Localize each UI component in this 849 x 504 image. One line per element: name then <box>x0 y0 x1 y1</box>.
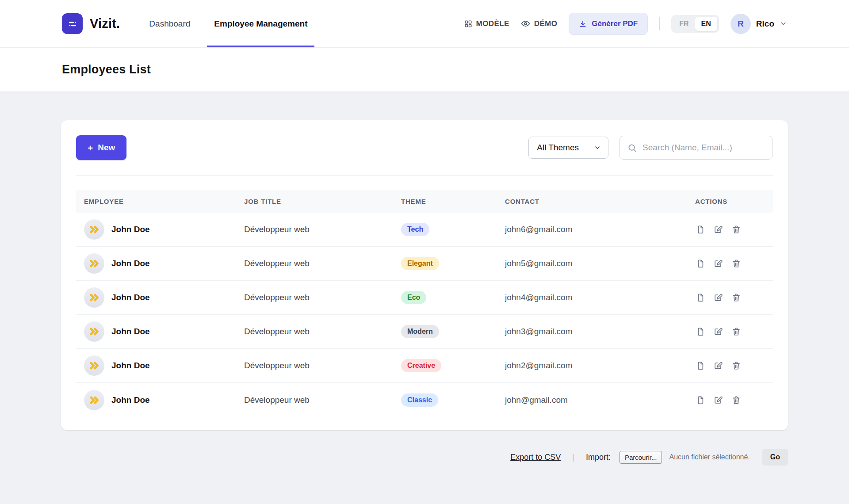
copy-icon[interactable] <box>695 361 705 370</box>
browse-file-button[interactable]: Parcourir... <box>620 451 662 464</box>
language-toggle: FR EN <box>671 15 719 33</box>
theme-badge: Modern <box>401 325 439 338</box>
employee-email: john2@gmail.com <box>505 361 695 370</box>
copy-icon[interactable] <box>695 327 705 336</box>
download-icon <box>579 20 587 28</box>
header-theme: THEME <box>401 198 505 205</box>
theme-badge: Creative <box>401 359 441 372</box>
employee-name: John Doe <box>111 395 150 405</box>
search-icon <box>627 143 637 153</box>
brand-name: Vizit. <box>90 16 120 31</box>
footer-separator: | <box>572 453 574 462</box>
theme-filter-select[interactable]: All Themes <box>528 137 608 159</box>
theme-filter-value: All Themes <box>537 143 579 153</box>
theme-badge: Eco <box>401 291 426 304</box>
chevron-down-icon <box>780 20 787 27</box>
employee-avatar <box>84 253 104 274</box>
job-title: Développeur web <box>244 395 401 405</box>
import-label: Import: <box>586 453 611 462</box>
page-title-bar: Employees List <box>0 48 849 92</box>
modele-button[interactable]: MODÈLE <box>464 19 509 28</box>
employee-email: john6@gmail.com <box>505 225 695 234</box>
theme-badge: Classic <box>401 393 438 407</box>
table-row: John Doe Développeur web Elegant john5@g… <box>76 247 773 281</box>
generate-pdf-button[interactable]: Générer PDF <box>569 13 648 35</box>
user-name: Rico <box>756 19 774 29</box>
search-box <box>619 136 773 160</box>
employee-email: john@gmail.com <box>505 395 695 405</box>
edit-icon[interactable] <box>713 361 723 370</box>
table-row: John Doe Développeur web Eco john4@gmail… <box>76 281 773 315</box>
job-title: Développeur web <box>244 327 401 336</box>
delete-icon[interactable] <box>731 225 741 234</box>
top-navbar: Vizit. Dashboard Employee Management MOD… <box>0 0 849 48</box>
employee-avatar <box>84 390 104 410</box>
no-file-text: Aucun fichier sélectionné. <box>669 453 750 461</box>
employee-avatar <box>84 287 104 308</box>
employee-email: john5@gmail.com <box>505 259 695 268</box>
employee-email: john3@gmail.com <box>505 327 695 336</box>
delete-icon[interactable] <box>731 293 741 302</box>
edit-icon[interactable] <box>713 259 723 268</box>
edit-icon[interactable] <box>713 395 723 405</box>
lang-option-en[interactable]: EN <box>695 17 717 31</box>
job-title: Développeur web <box>244 361 401 370</box>
chevron-down-icon <box>594 144 601 151</box>
header-actions: ACTIONS <box>695 198 773 205</box>
employees-table: EMPLOYEE JOB TITLE THEME CONTACT ACTIONS… <box>76 190 773 417</box>
employee-avatar <box>84 219 104 240</box>
table-row: John Doe Développeur web Creative john2@… <box>76 349 773 383</box>
employees-card: + New All Themes <box>61 120 788 430</box>
employee-name: John Doe <box>111 225 150 234</box>
employee-name: John Doe <box>111 361 150 370</box>
table-row: John Doe Développeur web Classic john@gm… <box>76 383 773 417</box>
theme-badge: Elegant <box>401 257 439 270</box>
brand[interactable]: Vizit. <box>62 0 120 47</box>
table-row: John Doe Développeur web Modern john3@gm… <box>76 315 773 349</box>
import-export-bar: Export to CSV | Import: Parcourir... Auc… <box>61 430 788 466</box>
employee-name: John Doe <box>111 293 150 302</box>
plus-icon: + <box>88 143 93 153</box>
modele-label: MODÈLE <box>476 19 509 28</box>
demo-label: DÉMO <box>534 19 558 28</box>
vizit-logo-icon <box>62 13 83 34</box>
import-go-button[interactable]: Go <box>762 449 788 466</box>
job-title: Développeur web <box>244 293 401 302</box>
avatar: R <box>730 14 751 34</box>
delete-icon[interactable] <box>731 361 741 370</box>
employee-name: John Doe <box>111 327 150 336</box>
grid-icon <box>464 20 472 28</box>
tab-employee-management[interactable]: Employee Management <box>207 0 314 47</box>
copy-icon[interactable] <box>695 293 705 302</box>
employee-avatar <box>84 321 104 342</box>
navbar-actions: MODÈLE DÉMO Générer PDF FR EN <box>464 0 787 47</box>
copy-icon[interactable] <box>695 395 705 405</box>
theme-badge: Tech <box>401 223 429 236</box>
delete-icon[interactable] <box>731 327 741 336</box>
delete-icon[interactable] <box>731 259 741 268</box>
header-contact: CONTACT <box>505 198 695 205</box>
copy-icon[interactable] <box>695 225 705 234</box>
lang-option-fr[interactable]: FR <box>673 17 695 31</box>
job-title: Développeur web <box>244 225 401 234</box>
controls-divider <box>76 175 773 176</box>
filters: All Themes <box>528 136 773 160</box>
new-button-label: New <box>98 143 115 153</box>
export-csv-link[interactable]: Export to CSV <box>510 453 561 462</box>
table-controls: + New All Themes <box>76 135 773 160</box>
delete-icon[interactable] <box>731 395 741 405</box>
page-title: Employees List <box>62 63 151 76</box>
demo-button[interactable]: DÉMO <box>521 19 558 28</box>
user-menu[interactable]: R Rico <box>730 14 787 34</box>
edit-icon[interactable] <box>713 327 723 336</box>
add-employee-button[interactable]: + New <box>76 135 126 160</box>
main-content: + New All Themes <box>0 92 849 430</box>
search-input[interactable] <box>642 143 765 153</box>
generate-pdf-label: Générer PDF <box>592 19 638 28</box>
vertical-divider <box>659 17 660 31</box>
edit-icon[interactable] <box>713 293 723 302</box>
edit-icon[interactable] <box>713 225 723 234</box>
table-header-row: EMPLOYEE JOB TITLE THEME CONTACT ACTIONS <box>76 190 773 213</box>
tab-dashboard[interactable]: Dashboard <box>142 0 197 47</box>
copy-icon[interactable] <box>695 259 705 268</box>
